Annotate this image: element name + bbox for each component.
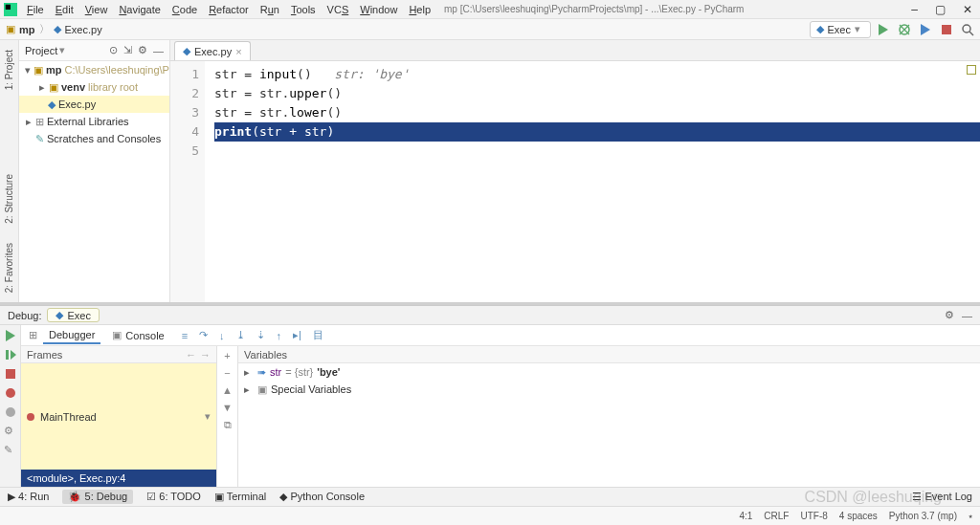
restore-layout-button[interactable]: ⊞ (29, 329, 37, 341)
breadcrumb[interactable]: ▣ mp 〉 ◆ Exec.py (6, 22, 102, 36)
menu-run[interactable]: Run (256, 3, 283, 16)
code-editor[interactable]: 1 2 3 4 5 str = input() str: 'bye' str =… (170, 61, 980, 302)
menu-refactor[interactable]: Refactor (205, 3, 253, 16)
variable-row[interactable]: ▸➠ str = {str} 'bye' (238, 363, 980, 381)
next-frame-button[interactable]: → (200, 349, 211, 361)
line-number[interactable]: 2 (184, 84, 199, 103)
tree-external-libs[interactable]: ▸⊞ External Libraries (19, 113, 169, 130)
down-button[interactable]: ▼ (222, 402, 233, 413)
maximize-button[interactable]: ▢ (935, 3, 946, 16)
remove-watch-button[interactable]: − (224, 367, 230, 379)
gutter[interactable]: 1 2 3 4 5 (170, 61, 205, 302)
expand-all-button[interactable]: ⇲ (123, 44, 132, 56)
search-everywhere-button[interactable] (961, 23, 974, 36)
menu-view[interactable]: View (81, 3, 112, 16)
status-eol[interactable]: CRLF (764, 511, 789, 521)
hide-button[interactable]: — (153, 45, 164, 56)
prev-frame-button[interactable]: ← (186, 349, 196, 361)
variable-row[interactable]: ▸▣ Special Variables (238, 381, 980, 398)
settings-icon[interactable]: ⚙ (945, 309, 954, 321)
console-tab[interactable]: ▣Console (106, 327, 169, 343)
dropdown-icon: ▾ (205, 410, 211, 423)
editor-tab-exec[interactable]: ◆ Exec.py × (174, 41, 251, 60)
tree-scratches[interactable]: ✎ Scratches and Consoles (19, 130, 169, 147)
run-config-selector[interactable]: ◆ Exec ▾ (810, 21, 871, 38)
tree-file-exec[interactable]: ◆ Exec.py (19, 96, 169, 113)
sidebar-tab-project[interactable]: 1: Project (0, 40, 18, 99)
dropdown-icon[interactable]: ▾ (59, 44, 65, 56)
select-opened-file-button[interactable]: ⊙ (109, 44, 118, 56)
copy-button[interactable]: ⧉ (224, 419, 232, 431)
hide-button[interactable]: — (962, 310, 972, 321)
svg-rect-7 (6, 369, 15, 379)
line-number[interactable]: 1 (184, 65, 199, 84)
status-indent[interactable]: 4 spaces (839, 511, 878, 521)
menu-vcs[interactable]: VCS (323, 3, 353, 16)
sidebar-tab-favorites[interactable]: 2: Favorites (0, 233, 18, 302)
menu-window[interactable]: Window (356, 3, 401, 16)
lock-icon[interactable]: ⭑ (969, 511, 972, 522)
force-step-into-button[interactable]: ⇣ (256, 329, 265, 341)
tool-tab-eventlog[interactable]: ☰ Event Log (912, 491, 972, 503)
show-exec-point-button[interactable]: ≡ (182, 330, 188, 341)
python-icon: ◆ (816, 23, 824, 35)
view-breakpoints-button[interactable] (4, 386, 17, 400)
evaluate-expr-button[interactable]: 目 (313, 328, 323, 342)
minimize-button[interactable]: – (911, 3, 918, 16)
debug-config-tag[interactable]: ◆ Exec (47, 308, 99, 322)
tab-label: Exec.py (194, 46, 232, 57)
svg-rect-6 (6, 350, 9, 360)
stop-button[interactable] (940, 23, 953, 36)
close-tab-icon[interactable]: × (235, 46, 241, 57)
menu-file[interactable]: File (23, 3, 48, 16)
settings-button[interactable]: ⚙ (4, 425, 17, 438)
run-to-cursor-button[interactable]: ▸| (293, 329, 301, 341)
step-into-my-button[interactable]: ⤓ (236, 329, 245, 341)
line-number[interactable]: 4 (184, 122, 199, 142)
debug-button[interactable] (898, 23, 911, 36)
code-lines[interactable]: str = input() str: 'bye' str = str.upper… (205, 61, 980, 302)
rerun-button[interactable] (4, 329, 17, 342)
tool-tab-todo[interactable]: ☑ 6: TODO (146, 491, 201, 503)
debugger-tab[interactable]: Debugger (43, 327, 100, 344)
project-tree[interactable]: ▾▣ mp C:\Users\leeshuqing\Py ▸▣ venv lib… (19, 61, 169, 302)
status-interpreter[interactable]: Python 3.7 (mp) (889, 511, 957, 521)
tool-tab-terminal[interactable]: ▣ Terminal (214, 491, 266, 503)
pin-button[interactable]: ✎ (4, 444, 17, 457)
close-button[interactable]: ✕ (963, 3, 972, 16)
menu-help[interactable]: Help (405, 3, 434, 16)
resume-button[interactable] (4, 348, 17, 361)
line-number[interactable]: 5 (184, 142, 199, 161)
run-toolbar (877, 23, 974, 36)
status-position[interactable]: 4:1 (739, 511, 752, 521)
mute-breakpoints-button[interactable] (4, 405, 17, 419)
up-button[interactable]: ▲ (222, 384, 233, 396)
tree-root[interactable]: ▾▣ mp C:\Users\leeshuqing\Py (19, 61, 169, 78)
analysis-marker[interactable] (967, 65, 976, 75)
run-button[interactable] (877, 23, 890, 36)
tool-tab-python-console[interactable]: ◆ Python Console (279, 491, 365, 503)
menu-code[interactable]: Code (168, 3, 201, 16)
add-watch-button[interactable]: + (224, 350, 230, 361)
stop-button[interactable] (4, 367, 17, 381)
menu-tools[interactable]: Tools (287, 3, 320, 16)
settings-icon[interactable]: ⚙ (138, 44, 147, 56)
step-over-button[interactable]: ↷ (199, 329, 208, 341)
menu-edit[interactable]: Edit (52, 3, 78, 16)
step-into-button[interactable]: ↓ (219, 330, 225, 341)
status-encoding[interactable]: UTF-8 (800, 511, 827, 521)
tree-venv[interactable]: ▸▣ venv library root (19, 78, 169, 96)
step-out-button[interactable]: ↑ (277, 330, 282, 341)
stack-frame[interactable]: <module>, Exec.py:4 (21, 470, 216, 487)
tool-tab-run[interactable]: ▶ 4: Run (8, 491, 49, 503)
sidebar-tab-structure[interactable]: 2: Structure (0, 164, 18, 233)
menu-navigate[interactable]: Navigate (115, 3, 164, 16)
line-number[interactable]: 3 (184, 103, 199, 122)
svg-line-5 (969, 32, 973, 35)
debug-config-name: Exec (67, 310, 90, 321)
run-coverage-button[interactable] (919, 23, 932, 36)
debug-side-toolbar: ⚙ ✎ (0, 325, 21, 487)
window-buttons: – ▢ ✕ (911, 3, 972, 16)
thread-selector[interactable]: MainThread ▾ (21, 363, 216, 470)
tool-tab-debug[interactable]: 🐞 5: Debug (62, 490, 133, 504)
